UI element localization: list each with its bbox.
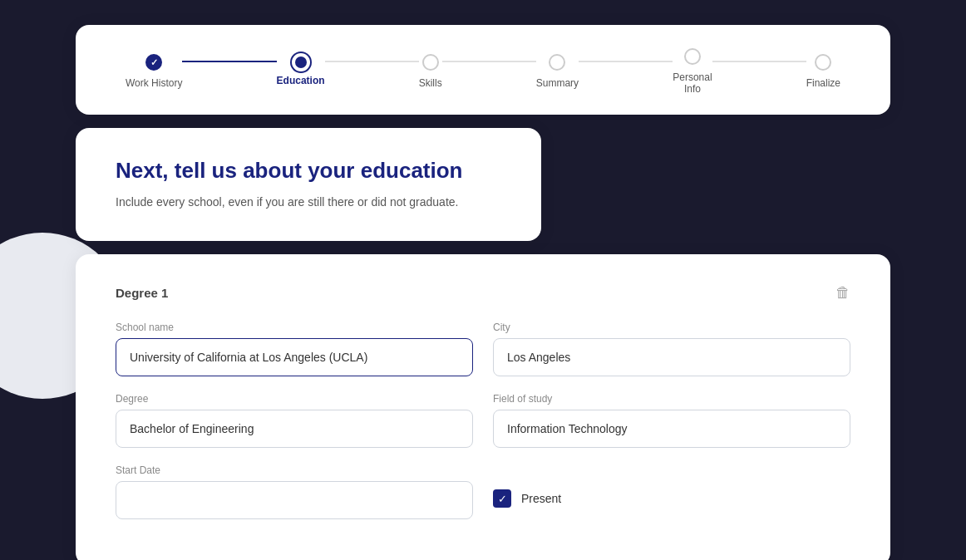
step-circle-finalize — [815, 54, 831, 71]
checkbox-check-icon: ✓ — [498, 493, 507, 505]
step-circle-personal-info — [684, 48, 701, 65]
step-line-3 — [442, 61, 536, 62]
step-education[interactable]: Education — [277, 56, 325, 86]
school-name-label: School name — [116, 322, 473, 333]
step-work-history[interactable]: ✓ Work History — [126, 54, 182, 89]
city-label: City — [493, 322, 850, 333]
step-line-2 — [325, 61, 419, 62]
form-row-degree-field: Degree Field of study — [116, 393, 850, 448]
city-input[interactable] — [493, 338, 850, 376]
step-skills[interactable]: Skills — [419, 54, 442, 89]
step-line-1 — [182, 61, 276, 62]
degree-label: Degree — [116, 393, 473, 405]
start-date-input[interactable] — [116, 481, 473, 519]
step-label-education: Education — [277, 75, 325, 86]
step-circle-education — [295, 56, 307, 68]
field-of-study-label: Field of study — [493, 393, 850, 405]
form-row-school-city: School name City — [116, 322, 850, 376]
form-card: Degree 1 🗑 School name City Degree — [76, 254, 890, 560]
info-heading: Next, tell us about your education — [116, 158, 501, 184]
step-label-summary: Summary — [536, 77, 579, 89]
step-label-finalize: Finalize — [806, 77, 840, 89]
degree-group: Degree — [116, 393, 473, 448]
step-label-work-history: Work History — [126, 77, 182, 89]
trash-icon[interactable]: 🗑 — [835, 284, 850, 302]
school-name-input[interactable] — [116, 338, 473, 376]
progress-card: ✓ Work History Education Skills — [76, 25, 890, 115]
stepper: ✓ Work History Education Skills — [126, 48, 840, 95]
step-label-personal-info: PersonalInfo — [673, 71, 712, 95]
step-summary[interactable]: Summary — [536, 54, 579, 89]
step-circle-work-history: ✓ — [145, 54, 162, 71]
step-line-4 — [579, 61, 673, 62]
step-finalize[interactable]: Finalize — [806, 54, 840, 89]
checkmark-icon: ✓ — [150, 57, 158, 68]
form-row-dates: Start Date ✓ Present — [116, 464, 850, 519]
start-date-label: Start Date — [116, 464, 473, 476]
start-date-group: Start Date — [116, 464, 473, 519]
degree-title: Degree 1 — [116, 286, 168, 300]
step-circle-skills — [422, 54, 439, 71]
present-checkbox-row: ✓ Present — [493, 478, 850, 519]
city-group: City — [493, 322, 850, 376]
degree-header: Degree 1 🗑 — [116, 284, 850, 302]
degree-input[interactable] — [116, 410, 473, 448]
step-label-skills: Skills — [419, 77, 442, 89]
field-of-study-input[interactable] — [493, 410, 850, 448]
field-of-study-group: Field of study — [493, 393, 850, 448]
present-group: ✓ Present — [493, 464, 850, 519]
step-personal-info[interactable]: PersonalInfo — [673, 48, 712, 95]
school-name-group: School name — [116, 322, 473, 376]
step-circle-summary — [549, 54, 565, 71]
info-subtext: Include every school, even if you are st… — [116, 194, 501, 211]
info-card: Next, tell us about your education Inclu… — [76, 128, 541, 241]
present-label: Present — [521, 492, 561, 505]
present-checkbox[interactable]: ✓ — [493, 489, 511, 508]
step-line-5 — [712, 61, 806, 62]
